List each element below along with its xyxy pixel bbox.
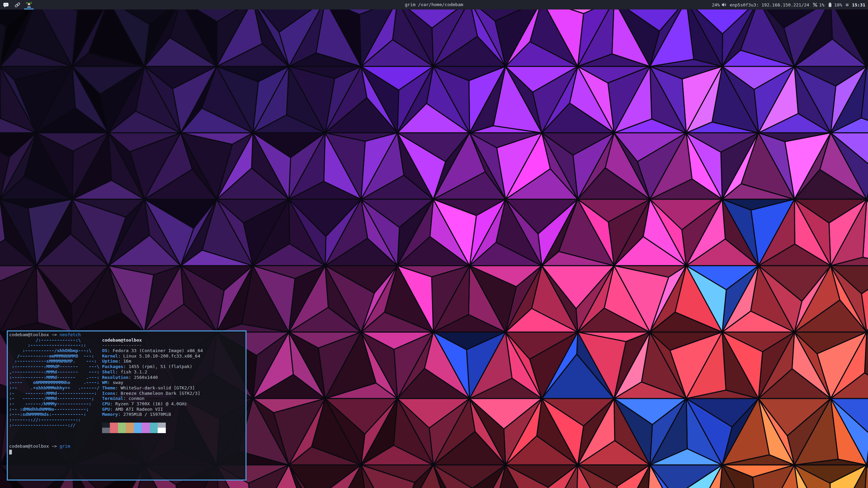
palette-swatch <box>118 423 126 428</box>
neofetch-field-value: : 868x488 <box>129 375 158 380</box>
terminal-line: :- --------/MMMd-------------;Terminal: … <box>9 396 244 401</box>
workspace-button-link[interactable] <box>12 0 23 9</box>
status-area: 24% enp5s0f3u3: 192.168.150.221/24 1% <box>712 2 868 7</box>
terminal-line: :-----------/shhOHbmp---:\OS: Fedora 33 … <box>9 348 244 353</box>
neofetch-field-value: : 1455 (rpm), 51 (flatpak) <box>123 364 193 369</box>
neofetch-field-label: Packages <box>102 364 123 369</box>
neofetch-field-value: : conmon <box>123 396 145 401</box>
desktop: grim /var/home/codebam 24% enp5s0f3u3: 1… <box>0 0 868 488</box>
neofetch-ascii-art: :- -------:MMMd--------------: <box>9 391 102 396</box>
cpu-percent: 1% <box>819 2 825 7</box>
terminal-line: :- ------/hMMMy------------:CPU: Ryzen 7… <box>9 401 244 407</box>
neofetch-ascii-art: ,------------:MMMd-------- ---: <box>9 369 102 375</box>
menu-glyph: ≡ <box>846 2 849 7</box>
palette-swatch <box>110 428 118 433</box>
percent-load-icon <box>813 2 817 7</box>
palette-swatch <box>142 423 150 428</box>
neofetch-field-label: Terminal <box>102 396 123 401</box>
neofetch-field-value: : sway <box>107 380 123 385</box>
palette-swatch <box>134 428 142 433</box>
volume-percent: 24% <box>712 2 719 7</box>
neofetch-field-label: Memory <box>102 412 118 417</box>
palette-swatch <box>110 423 118 428</box>
palette-swatch <box>102 428 110 433</box>
prompt-user: codebam@toolbox <box>9 444 49 449</box>
neofetch-ascii-art: :-----------sMMMMNMNMP. ---: <box>9 359 102 364</box>
neofetch-field-label: Resolution <box>102 375 129 380</box>
palette-swatch <box>126 423 134 428</box>
palette-swatch <box>134 423 142 428</box>
neofetch-field-label: GPU <box>102 407 110 412</box>
palette-swatch <box>150 428 158 433</box>
neofetch-field-label: WM <box>102 380 107 385</box>
neofetch-ascii-art: :-------------------:: <box>9 343 102 348</box>
terminal-line: :---------------------:// <box>9 423 244 428</box>
palette-swatch <box>158 423 165 428</box>
neofetch-ascii-art: :------:://:-------------:: <box>9 417 102 423</box>
terminal-line: :- -------:MMMd--------------:Icons: Bre… <box>9 391 244 396</box>
terminal-line: :-----------:MMMdP------- ---\Packages: … <box>9 364 244 369</box>
terminal-line: :-----------sMMMMNMNMP. ---:Uptime: 16m <box>9 359 244 364</box>
terminal-line: codebam@toolbox ~> neofetch <box>9 332 244 338</box>
terminal-line: codebam@toolbox ~> grim <box>9 444 244 449</box>
prompt-user: codebam@toolbox <box>9 332 49 337</box>
terminal-line: :---:sdNMMMMNds:------------:Memory: 270… <box>9 412 244 417</box>
workspace-button-speech-balloon[interactable] <box>0 0 12 9</box>
terminal-line: :------------:MMMd------- .---:Resolutio… <box>9 375 244 380</box>
workspace-button-technologist[interactable] <box>23 0 35 9</box>
volume-status: 24% <box>712 2 726 7</box>
neofetch-ascii-art: :- ------/hMMMy------------: <box>9 401 102 407</box>
neofetch-title: codebam@toolbox <box>102 338 142 343</box>
neofetch-field-label: Kernel <box>102 353 118 359</box>
neofetch-ascii-art: :-- .+shhhMMMmhhy++ .------/ <box>9 385 102 391</box>
palette-swatch <box>118 428 126 433</box>
clock: 15:31 <box>852 2 865 7</box>
neofetch-separator: --------------- <box>102 343 142 348</box>
palette-swatch <box>126 428 134 433</box>
neofetch-ascii-art: :---------------------:// <box>9 423 102 428</box>
terminal-line <box>9 449 244 454</box>
neofetch-ascii-art: /:-------------:\ <box>9 338 102 343</box>
neofetch-ascii-art: :-----------:MMMdP------- ---\ <box>9 364 102 369</box>
neofetch-ascii-art: :---:sdNMMMMNds:------------: <box>9 412 102 417</box>
focused-workspace-indicator <box>24 8 34 9</box>
neofetch-field-label: Theme <box>102 385 115 390</box>
terminal-line: /:-------------:\codebam@toolbox <box>9 338 244 343</box>
neofetch-field-value: : WhiteSur-dark-solid [GTK2/3] <box>115 385 195 390</box>
battery-status: 18% <box>828 2 842 7</box>
palette-swatch <box>102 423 110 428</box>
neofetch-ascii-art: :------------:MMMd------- .---: <box>9 375 102 380</box>
neofetch-field-label: CPU <box>102 401 110 406</box>
cpu-status: 1% <box>813 2 825 7</box>
technologist-icon <box>26 2 32 8</box>
battery-percent: 18% <box>834 2 842 7</box>
top-bar: grim /var/home/codebam 24% enp5s0f3u3: 1… <box>0 0 868 9</box>
workspace-switcher <box>0 0 35 9</box>
terminal-line: :-------------------::--------------- <box>9 343 244 348</box>
palette-swatch <box>142 428 150 433</box>
terminal-line: :------:://:-------------:: <box>9 417 244 423</box>
terminal-line: ,------------:MMMd-------- ---:Shell: fi… <box>9 369 244 375</box>
link-icon <box>15 2 20 8</box>
neofetch-field-value: : fish 3.1.2 <box>115 369 147 374</box>
neofetch-field-value: : Fedora 33 (Container Image) x86_64 <box>107 348 203 353</box>
terminal-line <box>9 428 244 433</box>
network-text: enp5s0f3u3: 192.168.150.221/24 <box>730 2 809 7</box>
prompt-command: neofetch <box>60 332 81 337</box>
terminal-line <box>9 433 244 439</box>
neofetch-ascii-art: /-----------omMMMNNNMMD ---: <box>9 353 102 359</box>
palette-swatch <box>150 423 158 428</box>
neofetch-field-value: : Breeze Chameleon Dark [GTK2/3] <box>115 391 200 396</box>
terminal-content: codebam@toolbox ~> neofetch /:----------… <box>9 332 244 454</box>
terminal-line: :-- :dMNdhhdNMMNo------------;GPU: AMD A… <box>9 407 244 412</box>
neofetch-ascii-art: :-- :dMNdhhdNMMNo------------; <box>9 407 102 412</box>
terminal-line: /-----------omMMMNNNMMD ---:Kernel: Linu… <box>9 353 244 359</box>
palette-swatch <box>158 428 165 433</box>
terminal-cursor <box>9 450 12 454</box>
prompt-symbol: ~> <box>49 444 59 449</box>
neofetch-ascii-art: :- --------/MMMd-------------; <box>9 396 102 401</box>
neofetch-field-value: : 16m <box>118 359 131 364</box>
terminal-window[interactable]: codebam@toolbox ~> neofetch /:----------… <box>7 330 246 481</box>
speaker-icon <box>722 2 726 7</box>
neofetch-field-label: OS <box>102 348 107 353</box>
